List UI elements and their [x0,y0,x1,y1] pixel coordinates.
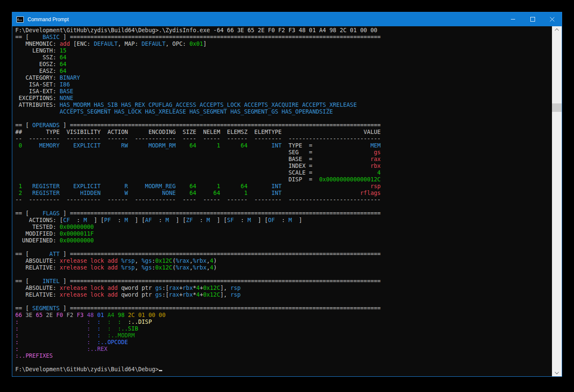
terminal-line: DISP = 0x000000000000012C [15,176,562,183]
terminal-line: EASZ: 64 [15,68,562,75]
close-icon [550,17,555,22]
terminal-screen[interactable]: F:\Development\GitHub\zydis\Build64\Debu… [12,26,562,376]
terminal-line: : :..REX [15,346,562,353]
terminal-line: ISA-SET: I86 [15,81,562,88]
terminal-line: ACTIONS: [CF : M ] [PF : M ] [AF : M ] [… [15,217,562,224]
chevron-down-icon [555,370,559,374]
terminal-line: 0 MEMORY EXPLICIT RW MODRM_RM 64 1 64 IN… [15,142,562,149]
scroll-down-button[interactable] [552,369,562,376]
close-button[interactable] [542,12,562,26]
maximize-button[interactable] [523,12,542,26]
window-controls [503,12,562,26]
terminal-line: TESTED: 0x00000000 [15,224,562,231]
terminal-line [15,271,562,278]
terminal-line: : : :..OPCODE [15,339,562,346]
terminal-line: EOSZ: 64 [15,61,562,68]
text-cursor [159,370,162,371]
terminal-line: MODIFIED: 0x0000011F [15,231,562,237]
terminal-line: F:\Development\GitHub\zydis\Build64\Debu… [15,366,562,373]
terminal-line: 2 REGISTER HIDDEN W NONE 64 64 1 INT rfl… [15,190,562,197]
terminal-lines: F:\Development\GitHub\zydis\Build64\Debu… [12,26,562,373]
terminal-line: SCALE = 4 [15,170,562,176]
terminal-line: CATEGORY: BINARY [15,75,562,81]
minimize-button[interactable] [503,12,523,26]
terminal-line: SEG = gs [15,149,562,156]
terminal-line: UNDEFINED: 0x00000000 [15,237,562,244]
terminal-line: EXCEPTIONS: NONE [15,95,562,102]
terminal-line [15,115,562,122]
terminal-line: BASE = rax [15,156,562,163]
scrollbar[interactable] [552,26,562,376]
terminal-line: == [ INTEL ] ===========================… [15,278,562,285]
scrollbar-thumb[interactable] [552,103,562,112]
window-title: Command Prompt [28,17,69,22]
terminal-line: SSZ: 64 [15,54,562,61]
terminal-line: -- --------- ---------- ------ ---------… [15,197,562,203]
terminal-line: ABSOLUTE: xrelease lock add qword ptr gs… [15,285,562,292]
minimize-icon [511,19,515,19]
terminal-line: == [ OPERANDS ] ========================… [15,122,562,129]
terminal-line: == [ SEGMENTS ] ========================… [15,305,562,312]
terminal-line: ABSOLUTE: xrelease lock add %rsp, %gs:0x… [15,258,562,264]
chevron-up-icon [555,28,559,33]
command-prompt-window: Command Prompt F:\Development\GitHub\zyd… [12,12,562,377]
terminal-line: INDEX = rbx [15,163,562,170]
terminal-line: ACCEPTS_SEGMENT HAS_LOCK HAS_XRELEASE HA… [15,108,562,115]
terminal-line: 66 3E 65 2E F0 F2 F3 48 01 A4 98 2C 01 0… [15,312,562,319]
terminal-line: == [ FLAGS ] ===========================… [15,210,562,217]
terminal-line: ISA-EXT: BASE [15,88,562,95]
terminal-line: 1 REGISTER EXPLICIT R MODRM_REG 64 1 64 … [15,183,562,190]
maximize-icon [530,17,535,22]
terminal-line: : : : : : :..DISP [15,319,562,325]
terminal-line [15,298,562,305]
terminal-line [15,359,562,366]
terminal-line: ## TYPE VISIBILITY ACTION ENCODING SIZE … [15,129,562,136]
terminal-line: MNEMONIC: add [ENC: DEFAULT, MAP: DEFAUL… [15,41,562,47]
cmd-icon[interactable] [17,17,24,22]
terminal-line: ATTRIBUTES: HAS_MODRM HAS_SIB HAS_REX CP… [15,102,562,108]
terminal-line [15,203,562,210]
terminal-line: RELATIVE: xrelease lock add qword ptr gs… [15,292,562,298]
terminal-line: == [ ATT ] =============================… [15,251,562,258]
terminal-line [15,244,562,251]
scroll-up-button[interactable] [552,26,562,33]
terminal-line: -- --------- ---------- ------ ---------… [15,136,562,142]
terminal-line: F:\Development\GitHub\zydis\Build64\Debu… [15,27,562,34]
title-bar[interactable]: Command Prompt [12,12,562,26]
terminal-line: :..PREFIXES [15,353,562,359]
terminal-line: LENGTH: 15 [15,47,562,54]
terminal-line: : : : : :..SIB [15,325,562,332]
terminal-line: == [ BASIC ] ===========================… [15,34,562,41]
terminal-line: : : : :..MODRM [15,332,562,339]
terminal-line: RELATIVE: xrelease lock add %rsp, %gs:0x… [15,264,562,271]
